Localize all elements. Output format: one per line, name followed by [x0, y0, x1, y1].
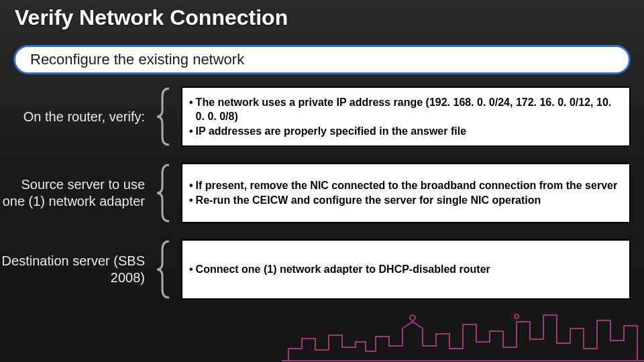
row-box: •Connect one (1) network adapter to DHCP… [181, 239, 631, 300]
bullet-item: •The network uses a private IP address r… [189, 95, 620, 124]
row-destination-server: Destination server (SBS 2008) •Connect o… [0, 239, 631, 300]
slide-title: Verify Network Connection [0, 0, 644, 30]
bullet-item: •IP addresses are properly specified in … [189, 124, 620, 139]
content-rows: On the router, verify: •The network uses… [0, 86, 644, 300]
bullet-item: •Connect one (1) network adapter to DHCP… [189, 262, 620, 277]
svg-point-2 [515, 314, 519, 318]
row-box: •If present, remove the NIC connected to… [181, 163, 631, 223]
row-source-server: Source server to use one (1) network ada… [0, 163, 631, 223]
skyline-decoration [0, 302, 644, 362]
row-router: On the router, verify: •The network uses… [0, 86, 631, 147]
brace-icon [154, 86, 176, 147]
brace-icon [154, 163, 176, 223]
section-header: Reconfigure the existing network [13, 45, 631, 74]
brace-icon [154, 239, 176, 300]
row-label: On the router, verify: [0, 86, 154, 147]
row-box: •The network uses a private IP address r… [181, 86, 631, 147]
bullet-item: •Re-run the CEICW and configure the serv… [189, 193, 620, 208]
bullet-item: •If present, remove the NIC connected to… [189, 178, 620, 193]
svg-point-1 [410, 315, 415, 320]
row-label: Destination server (SBS 2008) [0, 239, 154, 300]
row-label: Source server to use one (1) network ada… [0, 163, 154, 223]
